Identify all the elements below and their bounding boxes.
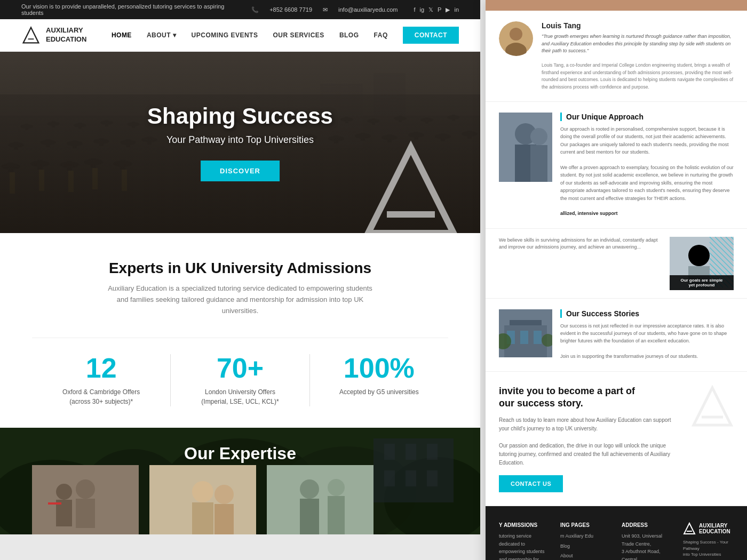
nav-about[interactable]: ABOUT ▾ bbox=[147, 31, 177, 39]
vision-text: Our vision is to provide unparalleled, p… bbox=[21, 3, 235, 16]
footer-col-nav: ing Pages m Auxiliary Edu Blog About bbox=[560, 522, 611, 560]
nav-our-services[interactable]: OUR SERVICES bbox=[273, 31, 324, 39]
footer-logo-area: AUXILIARYEDUCATION bbox=[683, 522, 734, 535]
approach-text: Our Unique Approach Our approach is root… bbox=[560, 113, 734, 218]
pinterest-icon[interactable]: P bbox=[438, 6, 441, 13]
svg-point-121 bbox=[530, 128, 547, 145]
goals-section: We believe skills in surviving admission… bbox=[486, 229, 747, 299]
svg-point-105 bbox=[192, 481, 213, 502]
svg-rect-141 bbox=[510, 320, 542, 325]
expertise-images bbox=[0, 465, 480, 534]
phone-number: +852 6608 7719 bbox=[269, 6, 312, 13]
svg-rect-111 bbox=[300, 499, 319, 534]
footer-nav-item-1[interactable]: m Auxiliary Edu bbox=[560, 532, 611, 540]
stat-number-oxford: 12 bbox=[43, 354, 160, 382]
svg-rect-113 bbox=[328, 496, 345, 534]
youtube-icon[interactable]: ▶ bbox=[446, 6, 450, 13]
goals-image: Our goals are simpleyet profound bbox=[670, 237, 734, 290]
footer-nav-title: ing Pages bbox=[560, 522, 611, 528]
cta-subtitle: Reach us today to learn more about how A… bbox=[499, 416, 680, 467]
success-heading: Our Success Stories bbox=[560, 309, 734, 318]
contact-button[interactable]: CONTACT bbox=[403, 27, 459, 44]
hero-section: Shaping Success Your Pathway into Top Un… bbox=[0, 52, 480, 233]
hero-title: Shaping Success bbox=[147, 103, 333, 129]
person-quote: "True growth emerges when learning is nu… bbox=[542, 33, 734, 91]
footer-address-title: Address bbox=[622, 522, 672, 528]
svg-point-110 bbox=[300, 479, 319, 499]
goals-badge: Our goals are simpleyet profound bbox=[670, 275, 734, 290]
logo-area: AUXILIARYEDUCATION bbox=[21, 26, 86, 45]
person-info: Louis Tang "True growth emerges when lea… bbox=[542, 21, 734, 91]
footer-col-admissions: y Admissions tutoring service dedicated … bbox=[499, 522, 550, 560]
cta-section: invite you to become a part ofour succes… bbox=[486, 372, 747, 507]
svg-rect-109 bbox=[267, 465, 374, 534]
cta-title: invite you to become a part ofour succes… bbox=[499, 385, 680, 410]
nav-home[interactable]: HOME bbox=[112, 31, 132, 39]
cta-watermark bbox=[691, 385, 734, 430]
footer-admissions-text: tutoring service dedicated to empowering… bbox=[499, 532, 550, 560]
social-icons: f ig 𝕏 P ▶ in bbox=[414, 6, 459, 13]
expertise-title: Our Expertise bbox=[0, 444, 480, 463]
logo-text: AUXILIARYEDUCATION bbox=[46, 26, 86, 44]
nav-blog[interactable]: BLOG bbox=[339, 31, 359, 39]
footer-tagline: Shaping Success - Your Pathwayinto Top U… bbox=[683, 539, 734, 557]
svg-rect-144 bbox=[534, 331, 542, 344]
success-body: Our success is not just reflected in our… bbox=[560, 322, 734, 361]
svg-rect-102 bbox=[76, 499, 95, 528]
hero-content: Shaping Success Your Pathway into Top Un… bbox=[147, 103, 333, 181]
footer-top: y Admissions tutoring service dedicated … bbox=[499, 522, 734, 560]
stats-section: Experts in UK University Admissions Auxi… bbox=[0, 233, 480, 428]
twitter-icon[interactable]: 𝕏 bbox=[428, 6, 433, 13]
cta-inner: invite you to become a part ofour succes… bbox=[499, 385, 734, 493]
stat-oxford: 12 Oxford & Cambridge Offers(across 30+ … bbox=[32, 354, 170, 406]
linkedin-icon[interactable]: in bbox=[454, 6, 459, 13]
approach-heading: Our Unique Approach bbox=[560, 113, 734, 121]
goals-text: We believe skills in surviving admission… bbox=[499, 237, 662, 251]
footer-col-brand: AUXILIARYEDUCATION Shaping Success - You… bbox=[683, 522, 734, 560]
person-name: Louis Tang bbox=[542, 21, 734, 30]
instagram-icon[interactable]: ig bbox=[420, 6, 425, 13]
person-card: Louis Tang "True growth emerges when lea… bbox=[486, 11, 747, 102]
svg-point-112 bbox=[328, 479, 345, 496]
svg-rect-103 bbox=[48, 502, 61, 505]
logo-icon bbox=[21, 26, 41, 45]
stat-label-london: London University Offers(Imperial, LSE, … bbox=[181, 387, 298, 406]
footer-address-text: Unit 903, Universal Trade Centre,3 Arbut… bbox=[622, 532, 672, 560]
footer-admissions-title: y Admissions bbox=[499, 522, 550, 528]
approach-section: Our Unique Approach Our approach is root… bbox=[486, 102, 747, 229]
nav-faq[interactable]: FAQ bbox=[374, 31, 388, 39]
footer-logo-icon bbox=[683, 522, 696, 535]
stat-label-g5: Accepted by G5 universities bbox=[321, 387, 438, 397]
contact-info: 📞 +852 6608 7719 ✉ info@auxiliaryedu.com bbox=[251, 6, 398, 13]
footer-section: y Admissions tutoring service dedicated … bbox=[486, 506, 747, 560]
approach-body: Our approach is rooted in personalised, … bbox=[560, 125, 734, 218]
success-section: Our Success Stories Our success is not j… bbox=[486, 299, 747, 372]
navbar: AUXILIARYEDUCATION HOME ABOUT ▾ UPCOMING… bbox=[0, 19, 480, 52]
footer-nav-item-3[interactable]: About bbox=[560, 552, 611, 559]
stat-g5: 100% Accepted by G5 universities bbox=[309, 354, 448, 406]
stats-grid: 12 Oxford & Cambridge Offers(across 30+ … bbox=[32, 338, 448, 406]
nav-upcoming-events[interactable]: UPCOMING EVENTS bbox=[192, 31, 258, 39]
hero-subtitle: Your Pathway into Top Universities bbox=[147, 134, 333, 146]
discover-button[interactable]: DISCOVER bbox=[201, 161, 280, 181]
contact-us-button[interactable]: CONTACT US bbox=[499, 475, 563, 492]
approach-image bbox=[499, 113, 552, 182]
stat-number-london: 70+ bbox=[181, 354, 298, 382]
facebook-icon[interactable]: f bbox=[414, 6, 415, 13]
svg-rect-122 bbox=[530, 145, 547, 182]
stats-title: Experts in UK University Admissions bbox=[32, 260, 448, 277]
expertise-image-2 bbox=[149, 465, 256, 534]
stats-subtitle: Auxiliary Education is a specialized tut… bbox=[107, 283, 374, 316]
success-text: Our Success Stories Our success is not j… bbox=[560, 309, 734, 361]
footer-logo-text: AUXILIARYEDUCATION bbox=[699, 523, 730, 534]
svg-point-101 bbox=[76, 479, 95, 499]
hero-watermark bbox=[357, 137, 464, 233]
svg-point-124 bbox=[688, 245, 710, 266]
phone-icon: 📞 bbox=[251, 6, 259, 13]
footer-nav-item-2[interactable]: Blog bbox=[560, 542, 611, 550]
success-image bbox=[499, 309, 552, 357]
email-icon: ✉ bbox=[323, 6, 328, 13]
expertise-image-1 bbox=[32, 465, 139, 534]
top-image-partial bbox=[486, 0, 747, 11]
svg-rect-108 bbox=[214, 504, 234, 534]
